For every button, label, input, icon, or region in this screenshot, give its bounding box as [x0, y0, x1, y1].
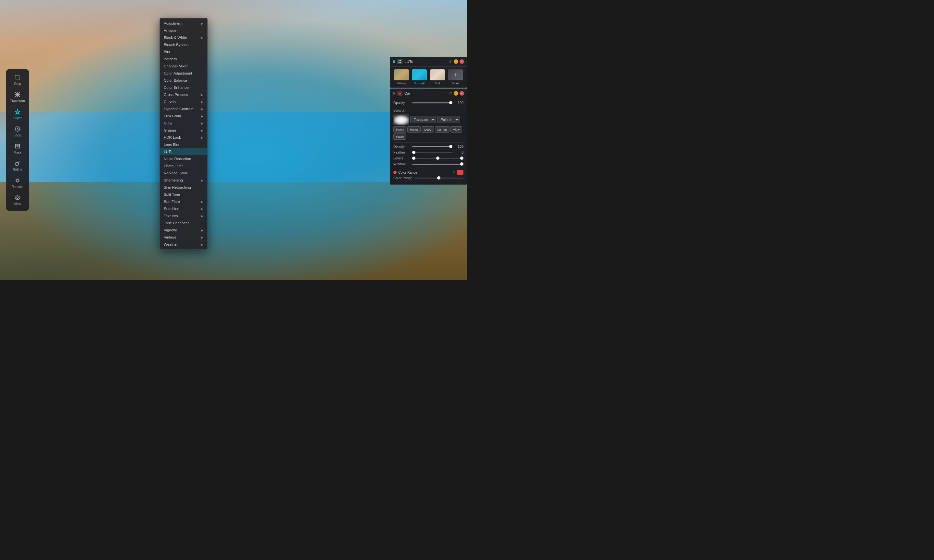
- color-range-label: Color Range: [398, 171, 451, 174]
- color-range-slider[interactable]: [415, 178, 464, 178]
- lumen-button[interactable]: Lumen: [435, 126, 450, 132]
- lut-preset-more[interactable]: More: [448, 69, 463, 85]
- car-close-btn[interactable]: ×: [459, 91, 464, 95]
- lut-preset-surreal[interactable]: Surreal*: [412, 69, 427, 85]
- color-swatch[interactable]: [457, 170, 464, 175]
- color-range-sub-label: Color Range: [393, 176, 413, 180]
- opacity-slider[interactable]: [412, 102, 452, 103]
- menu-item-hdr-look[interactable]: HDR Look▶: [160, 134, 207, 141]
- divider-2: [393, 142, 464, 143]
- luts-reset-btn[interactable]: ↺: [448, 59, 452, 64]
- menu-item-split-tone[interactable]: Split Tone: [160, 191, 207, 198]
- menu-item-vignette[interactable]: Vignette▶: [160, 226, 207, 234]
- menu-item-bleach-bypass[interactable]: Bleach Bypass: [160, 41, 207, 48]
- lut-preset-natural[interactable]: Natural: [394, 69, 409, 85]
- menu-item-cross-process[interactable]: Cross Process▶: [160, 91, 207, 98]
- density-slider[interactable]: [412, 146, 452, 147]
- submenu-arrow: ▶: [201, 122, 203, 125]
- density-row: Density 100: [393, 145, 464, 148]
- menu-item-noise-reduction[interactable]: Noise Reduction: [160, 155, 207, 162]
- menu-item-sun-flare[interactable]: Sun Flare▶: [160, 198, 207, 205]
- menu-item-antique[interactable]: Antique: [160, 27, 207, 34]
- luts-min-btn[interactable]: [454, 59, 458, 64]
- tool-transform[interactable]: Transform: [8, 89, 27, 105]
- car-panel-body: Opacity 100 Mask AI Transport: [390, 98, 467, 185]
- submenu-arrow: ▶: [201, 107, 203, 111]
- mask-ai-controls: Transport Paint In: [393, 114, 464, 125]
- opacity-value: 100: [454, 101, 464, 105]
- menu-item-color-balance[interactable]: Color Balance: [160, 77, 207, 84]
- menu-item-sharpening[interactable]: Sharpening▶: [160, 177, 207, 184]
- submenu-arrow: ▶: [201, 136, 203, 139]
- menu-item-weather[interactable]: Weather▶: [160, 241, 207, 248]
- menu-item-grunge[interactable]: Grunge▶: [160, 127, 207, 134]
- menu-item-replace-color[interactable]: Replace Color: [160, 169, 207, 177]
- tool-view[interactable]: View: [8, 192, 27, 208]
- car-icon: [398, 92, 401, 95]
- menu-item-photo-filter[interactable]: Photo Filter: [160, 162, 207, 169]
- menu-item-black---white[interactable]: Black & White▶: [160, 34, 207, 41]
- edit-color-icon[interactable]: ✎: [453, 171, 455, 174]
- tool-mask[interactable]: Mask: [8, 140, 27, 157]
- feather-row: Feather 0: [393, 150, 464, 154]
- svg-rect-5: [400, 60, 401, 61]
- menu-item-color-enhancer[interactable]: Color Enhancer: [160, 84, 207, 91]
- tool-local[interactable]: Local: [8, 123, 27, 140]
- submenu-arrow: ▶: [201, 235, 203, 239]
- tool-crop[interactable]: Crop: [8, 72, 27, 88]
- menu-item-luts[interactable]: LUTs: [160, 148, 207, 155]
- copy-button[interactable]: Copy: [422, 126, 434, 132]
- menu-item-lens-blur[interactable]: Lens Blur: [160, 141, 207, 148]
- tool-refine-label: Refine: [13, 168, 22, 171]
- tool-retouch[interactable]: Retouch: [8, 175, 27, 191]
- svg-point-2: [16, 179, 19, 182]
- menu-item-curves[interactable]: Curves▶: [160, 98, 207, 105]
- menu-item-blur[interactable]: Blur: [160, 48, 207, 55]
- menu-item-borders[interactable]: Borders: [160, 55, 207, 63]
- invert-button[interactable]: Invert: [393, 126, 406, 132]
- window-label: Window: [393, 162, 410, 166]
- menu-item-color-adjustment[interactable]: Color Adjustment: [160, 70, 207, 77]
- menu-item-textures[interactable]: Textures▶: [160, 212, 207, 219]
- svg-point-9: [400, 94, 401, 95]
- reset-mask-button[interactable]: Reset: [407, 126, 421, 132]
- luts-panel-title: LUTs: [404, 60, 446, 63]
- menu-item-vintage[interactable]: Vintage▶: [160, 234, 207, 241]
- view-mask-button[interactable]: View: [450, 126, 462, 132]
- car-reset-btn[interactable]: ↺: [448, 91, 452, 95]
- paint-in-select[interactable]: Paint In: [437, 116, 460, 123]
- car-min-btn[interactable]: [454, 91, 458, 95]
- levels-row: Levels: [393, 156, 464, 160]
- luts-title-icon: [397, 59, 402, 64]
- feather-slider[interactable]: [412, 152, 452, 153]
- menu-item-dynamic-contrast[interactable]: Dynamic Contrast▶: [160, 105, 207, 112]
- retouch-icon: [14, 177, 21, 184]
- window-slider[interactable]: [412, 164, 464, 165]
- menu-item-channel-mixer[interactable]: Channel Mixer: [160, 63, 207, 70]
- car-panel: Car ↺ × Opacity 100 Mask AI: [390, 88, 467, 185]
- luts-panel-controls: ↺ ×: [448, 59, 464, 64]
- menu-item-glow[interactable]: Glow▶: [160, 120, 207, 127]
- menu-item-tone-enhancer[interactable]: Tone Enhancer: [160, 219, 207, 226]
- mask-btn-row: Invert Reset Copy Lumen View Paste: [393, 126, 464, 140]
- luts-close-btn[interactable]: ×: [459, 59, 464, 64]
- luts-panel: LUTs ↺ × Natural Surreal* Soft: [390, 57, 467, 88]
- levels-label: Levels: [393, 156, 410, 160]
- menu-item-sunshine[interactable]: Sunshine▶: [160, 205, 207, 212]
- transform-icon: [14, 91, 21, 98]
- menu-item-film-grain[interactable]: Film Grain▶: [160, 112, 207, 120]
- super-icon: [14, 109, 21, 115]
- lut-more-thumb: [448, 69, 463, 80]
- levels-slider[interactable]: [412, 158, 464, 159]
- transport-select[interactable]: Transport: [410, 116, 436, 123]
- paste-button[interactable]: Paste: [393, 134, 406, 140]
- tool-super[interactable]: Super: [8, 106, 27, 123]
- lut-soft-label: Soft: [435, 82, 440, 85]
- menu-item-skin-retouching[interactable]: Skin Retouching: [160, 184, 207, 191]
- menu-item-adjustment[interactable]: Adjustment▶: [160, 20, 207, 27]
- lut-preset-soft[interactable]: Soft: [430, 69, 445, 85]
- tool-super-label: Super: [13, 116, 22, 120]
- mask-ai-label: Mask AI: [393, 109, 464, 113]
- tool-refine[interactable]: Refine: [8, 157, 27, 174]
- car-active-dot: [393, 92, 395, 95]
